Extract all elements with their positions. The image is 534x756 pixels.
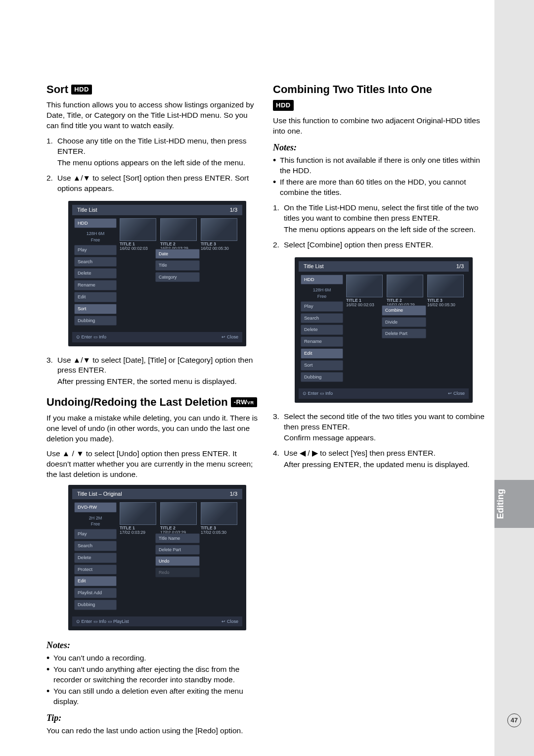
sc1-play: Play <box>74 245 117 255</box>
sc1-f-close: Close <box>227 334 238 339</box>
sc3-disk: HDD <box>301 275 343 285</box>
sc3-edit: Edit <box>301 348 343 359</box>
sc3-f-enter: Enter <box>308 391 319 396</box>
heading-undo-text: Undoing/Redoing the Last Deletion <box>46 396 228 408</box>
sort-step-1: 1. Choose any title on the Title List-HD… <box>46 136 260 168</box>
sc2-sub-undo: Undo <box>155 556 200 566</box>
heading-undo: Undoing/Redoing the Last Deletion -RWVR <box>46 396 260 409</box>
undo-notes-list: You can't undo a recording. You can't un… <box>46 653 260 707</box>
combine-step-3a: Select the second title of the two title… <box>284 412 485 431</box>
sc2-f-enter: Enter <box>82 619 92 624</box>
sc3-play: Play <box>301 301 343 312</box>
sort-steps-cont: 3. Use ▲/▼ to select [Date], [Title] or … <box>46 355 260 387</box>
sc2-f-pl: PlayList <box>113 619 129 624</box>
sort-step-3: 3. Use ▲/▼ to select [Date], [Title] or … <box>46 355 260 387</box>
sc3-free: 128H 6M <box>313 287 331 292</box>
badge-rwvr: -RWVR <box>231 397 257 407</box>
sc2-free-l: Free <box>91 521 100 526</box>
sc1-header: Title List <box>77 206 97 214</box>
sc3-free-l: Free <box>317 294 327 299</box>
sc2-f-close: Close <box>227 619 238 624</box>
heading-sort-text: Sort <box>46 83 68 95</box>
sc3-dub: Dubbing <box>301 372 343 382</box>
sc1-free: 128H 6M <box>87 231 105 236</box>
sc1-page: 1/3 <box>230 206 237 214</box>
sc1-edit: Edit <box>74 292 117 302</box>
sc2-sub-tname: Title Name <box>155 533 200 543</box>
sc2-t1s: 17/02 0:03:29 <box>120 530 145 535</box>
sc1-sub-date: Date <box>155 249 200 259</box>
sc1-dub: Dubbing <box>74 316 117 326</box>
combine-step-1b: The menu options appears on the left sid… <box>284 225 487 235</box>
sc3-t1s: 16/02 00:02:03 <box>346 302 374 307</box>
screenshot-combine-menu: Title List1/3 HDD 128H 6MFree Play Searc… <box>295 257 473 403</box>
page-number: 47 <box>507 713 521 727</box>
sc1-search: Search <box>74 257 117 267</box>
sc2-header: Title List – Original <box>77 490 122 498</box>
badge-hdd: HDD <box>71 85 92 94</box>
sc2-f-info: Info <box>99 619 106 624</box>
heading-sort: Sort HDD <box>46 83 260 96</box>
combine-step-2: 2. Select [Combine] option then press EN… <box>273 240 487 250</box>
sc1-t3s: 16/02 00:05:30 <box>201 246 229 251</box>
sc3-header: Title List <box>304 263 324 270</box>
sc2-t3s: 17/02 0:05:30 <box>201 530 226 535</box>
sc3-sub-combine: Combine <box>382 305 426 315</box>
sc2-dub: Dubbing <box>74 600 117 610</box>
combine-step-2-text: Select [Combine] option then press ENTER… <box>284 240 433 249</box>
sc2-thumb1 <box>120 502 156 525</box>
sc1-thumb3 <box>201 218 237 241</box>
sc3-page: 1/3 <box>456 263 464 270</box>
sc2-thumb2 <box>160 502 197 525</box>
badge-hdd-2: HDD <box>273 100 294 111</box>
combine-notes-list: This function is not available if there … <box>273 155 487 198</box>
undo-p1: If you make a mistake while deleting, yo… <box>46 413 260 444</box>
sc2-thumb3 <box>201 502 237 525</box>
combine-step-1: 1. On the Title List-HDD menu, select th… <box>273 203 487 235</box>
right-column: Combining Two Titles Into One HDD Use th… <box>273 83 487 741</box>
combine-step-1a: On the Title List-HDD menu, select the f… <box>284 203 479 222</box>
sc1-disk: HDD <box>74 218 117 229</box>
combine-step-4a: Use ◀ / ▶ to select [Yes] then press ENT… <box>284 449 436 457</box>
sc3-t3s: 16/02 00:05:30 <box>427 302 455 307</box>
screenshot-undo-menu: Title List – Original1/3 DVD-RW 2H 2MFre… <box>68 485 246 630</box>
sc3-thumb2 <box>387 275 423 297</box>
sc2-delete: Delete <box>74 553 117 563</box>
sc2-search: Search <box>74 541 117 551</box>
sc1-free-l: Free <box>91 237 100 242</box>
undo-note-2: You can't undo anything after ejecting t… <box>46 664 260 685</box>
sc3-sort: Sort <box>301 360 343 371</box>
combine-step-4: 4. Use ◀ / ▶ to select [Yes] then press … <box>273 448 487 470</box>
badge-rw-text: -RW <box>234 398 247 406</box>
sc1-t1s: 16/02 00:02:03 <box>120 246 148 251</box>
side-tab-editing: Editing <box>494 480 534 528</box>
sc2-protect: Protect <box>74 565 117 575</box>
sc3-f-info: Info <box>325 391 333 396</box>
sc3-rename: Rename <box>301 336 343 347</box>
sc3-search: Search <box>301 313 343 324</box>
sc3-delete: Delete <box>301 325 343 335</box>
combine-intro: Use this function to combine two adjacen… <box>273 116 487 137</box>
sort-step-1a: Choose any title on the Title List-HDD m… <box>57 137 247 155</box>
undo-notes-h: Notes: <box>46 639 260 651</box>
sc2-sub-redo: Redo <box>155 567 200 577</box>
combine-step-4b: After pressing ENTER, the updated menu i… <box>284 460 487 470</box>
sc1-thumb2 <box>160 218 197 241</box>
combine-step-3b: Confirm message appears. <box>284 433 487 443</box>
sort-intro: This function allows you to access show … <box>46 100 260 131</box>
combine-note-2: If there are more than 60 titles on the … <box>273 177 487 198</box>
heading-combine: Combining Two Titles Into One <box>273 83 487 96</box>
combine-steps-2: 3. Select the second title of the two ti… <box>273 412 487 471</box>
sc2-play: Play <box>74 529 117 539</box>
sc1-sub-title: Title <box>155 260 200 270</box>
sc2-sub-dpart: Delete Part <box>155 545 200 555</box>
sort-step-1b: The menu options appears on the left sid… <box>57 158 260 168</box>
sort-steps: 1. Choose any title on the Title List-HD… <box>46 136 260 194</box>
combine-notes-h: Notes: <box>273 142 487 153</box>
undo-p2: Use ▲ / ▼ to select [Undo] option then p… <box>46 449 260 480</box>
page-content: Sort HDD This function allows you to acc… <box>46 83 487 741</box>
combine-steps-1: 1. On the Title List-HDD menu, select th… <box>273 203 487 250</box>
sort-step-2-text: Use ▲/▼ to select [Sort] option then pre… <box>57 174 249 192</box>
screenshot-sort-menu: Title List1/3 HDD 128H 6MFree Play Searc… <box>68 201 246 346</box>
sort-step-3b: After pressing ENTER, the sorted menu is… <box>57 377 260 387</box>
